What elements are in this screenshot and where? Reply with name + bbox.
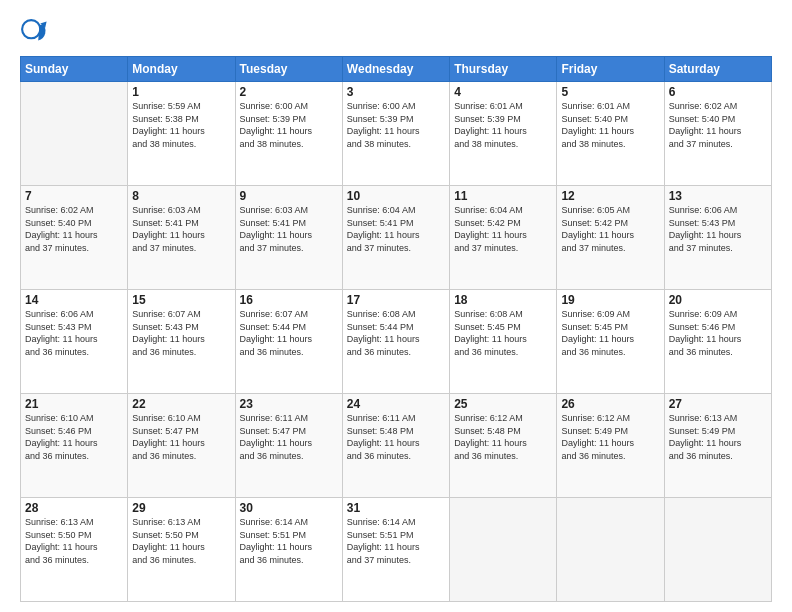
calendar-cell: 27Sunrise: 6:13 AM Sunset: 5:49 PM Dayli… <box>664 394 771 498</box>
calendar-cell: 30Sunrise: 6:14 AM Sunset: 5:51 PM Dayli… <box>235 498 342 602</box>
day-info: Sunrise: 6:09 AM Sunset: 5:45 PM Dayligh… <box>561 308 659 358</box>
day-info: Sunrise: 6:10 AM Sunset: 5:47 PM Dayligh… <box>132 412 230 462</box>
day-header-sunday: Sunday <box>21 57 128 82</box>
calendar-cell: 12Sunrise: 6:05 AM Sunset: 5:42 PM Dayli… <box>557 186 664 290</box>
week-row-2: 7Sunrise: 6:02 AM Sunset: 5:40 PM Daylig… <box>21 186 772 290</box>
week-row-3: 14Sunrise: 6:06 AM Sunset: 5:43 PM Dayli… <box>21 290 772 394</box>
day-info: Sunrise: 6:12 AM Sunset: 5:48 PM Dayligh… <box>454 412 552 462</box>
calendar-cell: 13Sunrise: 6:06 AM Sunset: 5:43 PM Dayli… <box>664 186 771 290</box>
day-number: 30 <box>240 501 338 515</box>
day-info: Sunrise: 6:14 AM Sunset: 5:51 PM Dayligh… <box>240 516 338 566</box>
calendar-cell: 7Sunrise: 6:02 AM Sunset: 5:40 PM Daylig… <box>21 186 128 290</box>
calendar-cell <box>664 498 771 602</box>
calendar-cell: 9Sunrise: 6:03 AM Sunset: 5:41 PM Daylig… <box>235 186 342 290</box>
calendar-cell: 20Sunrise: 6:09 AM Sunset: 5:46 PM Dayli… <box>664 290 771 394</box>
day-info: Sunrise: 6:08 AM Sunset: 5:44 PM Dayligh… <box>347 308 445 358</box>
calendar-cell: 15Sunrise: 6:07 AM Sunset: 5:43 PM Dayli… <box>128 290 235 394</box>
calendar-cell: 2Sunrise: 6:00 AM Sunset: 5:39 PM Daylig… <box>235 82 342 186</box>
day-info: Sunrise: 6:03 AM Sunset: 5:41 PM Dayligh… <box>132 204 230 254</box>
calendar-cell: 31Sunrise: 6:14 AM Sunset: 5:51 PM Dayli… <box>342 498 449 602</box>
day-info: Sunrise: 6:01 AM Sunset: 5:39 PM Dayligh… <box>454 100 552 150</box>
day-info: Sunrise: 6:04 AM Sunset: 5:41 PM Dayligh… <box>347 204 445 254</box>
day-number: 3 <box>347 85 445 99</box>
day-number: 26 <box>561 397 659 411</box>
week-row-1: 1Sunrise: 5:59 AM Sunset: 5:38 PM Daylig… <box>21 82 772 186</box>
calendar-cell: 14Sunrise: 6:06 AM Sunset: 5:43 PM Dayli… <box>21 290 128 394</box>
calendar-cell: 23Sunrise: 6:11 AM Sunset: 5:47 PM Dayli… <box>235 394 342 498</box>
day-info: Sunrise: 6:00 AM Sunset: 5:39 PM Dayligh… <box>347 100 445 150</box>
day-info: Sunrise: 6:11 AM Sunset: 5:48 PM Dayligh… <box>347 412 445 462</box>
calendar-cell: 29Sunrise: 6:13 AM Sunset: 5:50 PM Dayli… <box>128 498 235 602</box>
calendar: SundayMondayTuesdayWednesdayThursdayFrid… <box>20 56 772 602</box>
calendar-cell: 25Sunrise: 6:12 AM Sunset: 5:48 PM Dayli… <box>450 394 557 498</box>
calendar-cell: 28Sunrise: 6:13 AM Sunset: 5:50 PM Dayli… <box>21 498 128 602</box>
day-number: 19 <box>561 293 659 307</box>
day-info: Sunrise: 6:02 AM Sunset: 5:40 PM Dayligh… <box>669 100 767 150</box>
logo-icon <box>20 18 48 46</box>
day-number: 5 <box>561 85 659 99</box>
calendar-cell <box>21 82 128 186</box>
day-info: Sunrise: 6:04 AM Sunset: 5:42 PM Dayligh… <box>454 204 552 254</box>
calendar-cell: 8Sunrise: 6:03 AM Sunset: 5:41 PM Daylig… <box>128 186 235 290</box>
calendar-cell: 18Sunrise: 6:08 AM Sunset: 5:45 PM Dayli… <box>450 290 557 394</box>
day-info: Sunrise: 6:02 AM Sunset: 5:40 PM Dayligh… <box>25 204 123 254</box>
header <box>20 18 772 46</box>
calendar-cell: 17Sunrise: 6:08 AM Sunset: 5:44 PM Dayli… <box>342 290 449 394</box>
day-number: 17 <box>347 293 445 307</box>
day-number: 2 <box>240 85 338 99</box>
day-number: 25 <box>454 397 552 411</box>
week-row-5: 28Sunrise: 6:13 AM Sunset: 5:50 PM Dayli… <box>21 498 772 602</box>
svg-point-0 <box>22 20 40 38</box>
day-info: Sunrise: 6:08 AM Sunset: 5:45 PM Dayligh… <box>454 308 552 358</box>
day-number: 22 <box>132 397 230 411</box>
logo <box>20 18 52 46</box>
day-info: Sunrise: 6:05 AM Sunset: 5:42 PM Dayligh… <box>561 204 659 254</box>
week-row-4: 21Sunrise: 6:10 AM Sunset: 5:46 PM Dayli… <box>21 394 772 498</box>
day-header-friday: Friday <box>557 57 664 82</box>
day-number: 4 <box>454 85 552 99</box>
day-info: Sunrise: 6:13 AM Sunset: 5:50 PM Dayligh… <box>132 516 230 566</box>
day-number: 1 <box>132 85 230 99</box>
calendar-cell: 1Sunrise: 5:59 AM Sunset: 5:38 PM Daylig… <box>128 82 235 186</box>
day-number: 6 <box>669 85 767 99</box>
day-number: 9 <box>240 189 338 203</box>
day-header-tuesday: Tuesday <box>235 57 342 82</box>
day-number: 16 <box>240 293 338 307</box>
calendar-cell: 19Sunrise: 6:09 AM Sunset: 5:45 PM Dayli… <box>557 290 664 394</box>
calendar-cell <box>450 498 557 602</box>
day-info: Sunrise: 6:14 AM Sunset: 5:51 PM Dayligh… <box>347 516 445 566</box>
calendar-cell: 21Sunrise: 6:10 AM Sunset: 5:46 PM Dayli… <box>21 394 128 498</box>
calendar-cell: 16Sunrise: 6:07 AM Sunset: 5:44 PM Dayli… <box>235 290 342 394</box>
day-info: Sunrise: 6:03 AM Sunset: 5:41 PM Dayligh… <box>240 204 338 254</box>
day-number: 23 <box>240 397 338 411</box>
calendar-cell: 3Sunrise: 6:00 AM Sunset: 5:39 PM Daylig… <box>342 82 449 186</box>
day-info: Sunrise: 6:12 AM Sunset: 5:49 PM Dayligh… <box>561 412 659 462</box>
calendar-cell: 11Sunrise: 6:04 AM Sunset: 5:42 PM Dayli… <box>450 186 557 290</box>
day-number: 10 <box>347 189 445 203</box>
day-number: 14 <box>25 293 123 307</box>
day-number: 20 <box>669 293 767 307</box>
day-info: Sunrise: 6:07 AM Sunset: 5:44 PM Dayligh… <box>240 308 338 358</box>
calendar-cell: 4Sunrise: 6:01 AM Sunset: 5:39 PM Daylig… <box>450 82 557 186</box>
calendar-header: SundayMondayTuesdayWednesdayThursdayFrid… <box>21 57 772 82</box>
day-number: 13 <box>669 189 767 203</box>
day-header-thursday: Thursday <box>450 57 557 82</box>
calendar-cell: 24Sunrise: 6:11 AM Sunset: 5:48 PM Dayli… <box>342 394 449 498</box>
day-header-monday: Monday <box>128 57 235 82</box>
day-number: 18 <box>454 293 552 307</box>
calendar-cell <box>557 498 664 602</box>
day-info: Sunrise: 6:13 AM Sunset: 5:49 PM Dayligh… <box>669 412 767 462</box>
day-header-saturday: Saturday <box>664 57 771 82</box>
day-info: Sunrise: 6:07 AM Sunset: 5:43 PM Dayligh… <box>132 308 230 358</box>
day-info: Sunrise: 6:06 AM Sunset: 5:43 PM Dayligh… <box>25 308 123 358</box>
day-number: 12 <box>561 189 659 203</box>
day-number: 29 <box>132 501 230 515</box>
day-info: Sunrise: 6:09 AM Sunset: 5:46 PM Dayligh… <box>669 308 767 358</box>
day-number: 24 <box>347 397 445 411</box>
day-info: Sunrise: 6:06 AM Sunset: 5:43 PM Dayligh… <box>669 204 767 254</box>
calendar-cell: 5Sunrise: 6:01 AM Sunset: 5:40 PM Daylig… <box>557 82 664 186</box>
day-number: 21 <box>25 397 123 411</box>
day-info: Sunrise: 6:00 AM Sunset: 5:39 PM Dayligh… <box>240 100 338 150</box>
day-number: 27 <box>669 397 767 411</box>
day-number: 28 <box>25 501 123 515</box>
